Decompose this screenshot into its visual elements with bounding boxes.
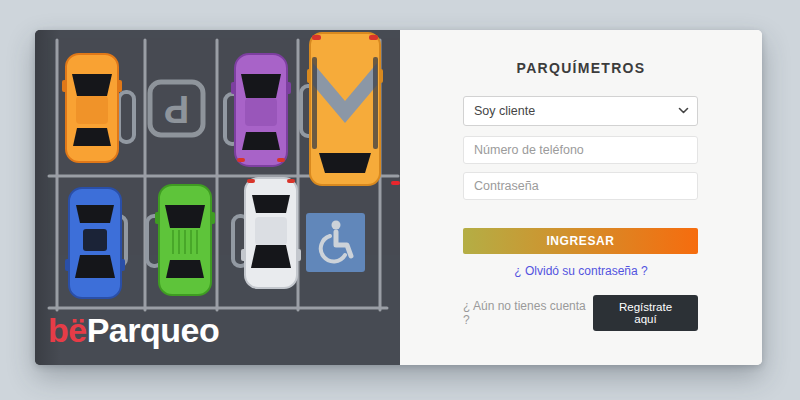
logo-prefix: bë bbox=[48, 311, 87, 349]
no-account-text: ¿ Aún no tienes cuenta ? bbox=[463, 299, 593, 327]
accessible-parking-icon bbox=[306, 213, 365, 272]
logo-suffix: Parqueo bbox=[87, 311, 220, 349]
green-car bbox=[155, 185, 215, 295]
page-title: PARQUÍMETROS bbox=[400, 60, 762, 76]
white-car bbox=[241, 178, 301, 288]
register-button[interactable]: Regístrate aquí bbox=[593, 295, 698, 331]
role-select-wrap: Soy cliente bbox=[463, 96, 698, 126]
phone-input[interactable] bbox=[463, 136, 698, 164]
forgot-password-link[interactable]: ¿ Olvidó su contraseña ? bbox=[400, 264, 762, 278]
blue-car bbox=[65, 188, 125, 298]
signup-row: ¿ Aún no tienes cuenta ? Regístrate aquí bbox=[463, 300, 698, 326]
parking-illustration: P bbox=[35, 30, 400, 365]
role-select[interactable]: Soy cliente bbox=[463, 96, 698, 126]
login-form: PARQUÍMETROS Soy cliente INGRESAR ¿ Olvi… bbox=[400, 30, 762, 365]
yellow-van bbox=[307, 33, 383, 185]
orange-car bbox=[62, 54, 122, 162]
red-edge-marker bbox=[391, 181, 400, 185]
beparqueo-logo: bëParqueo bbox=[48, 311, 219, 350]
purple-car bbox=[231, 54, 291, 166]
password-input[interactable] bbox=[463, 172, 698, 200]
ingresar-button[interactable]: INGRESAR bbox=[463, 228, 698, 254]
svg-text:P: P bbox=[164, 88, 189, 130]
login-card: P bbox=[35, 30, 762, 365]
